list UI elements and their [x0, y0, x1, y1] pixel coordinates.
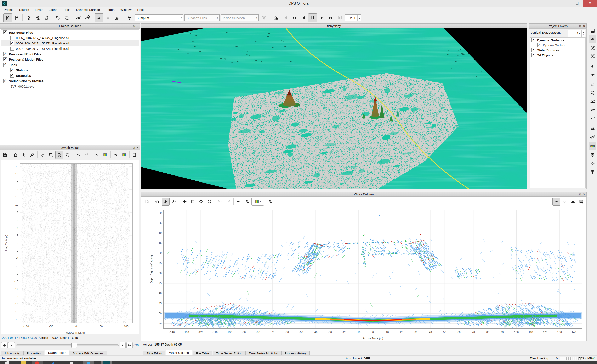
swath-editor-tool-button[interactable] [94, 14, 103, 22]
add-raw-sonar-button[interactable] [24, 14, 32, 22]
checked-checkbox[interactable] [3, 57, 7, 61]
colormap-button[interactable] [589, 142, 596, 150]
redo-button[interactable] [224, 198, 232, 206]
step-back-button[interactable] [299, 14, 308, 22]
tree-item-raw-sonar-files[interactable]: Raw Sonar Files [1, 30, 139, 35]
play-button[interactable] [317, 14, 326, 22]
accept-points-button[interactable] [235, 198, 243, 206]
skip-start-button[interactable] [281, 14, 290, 22]
rect-select-button[interactable] [589, 72, 596, 80]
menu-tools[interactable]: Tools [60, 7, 73, 12]
close-panel-icon[interactable]: ✕ [136, 24, 139, 28]
toolbar-drag-handle[interactable] [1, 14, 2, 21]
toolbar-drag-handle[interactable] [123, 14, 124, 21]
ruler-button[interactable] [589, 133, 596, 140]
close-panel-icon[interactable]: ✕ [136, 146, 139, 150]
selection-filter-combo[interactable]: Inside Selection▾ [221, 14, 259, 21]
edit-plane-button[interactable] [589, 106, 596, 114]
create-project-button[interactable] [3, 14, 12, 22]
checked-checkbox[interactable] [532, 53, 535, 57]
open-project-button[interactable] [12, 14, 21, 22]
stacked-mode-button[interactable] [561, 198, 569, 206]
checked-checkbox[interactable] [532, 48, 535, 52]
fan-mode-button[interactable] [569, 198, 577, 206]
tab-time-series-multiplot[interactable]: Time Series Multiplot [245, 350, 281, 356]
rect-select-button[interactable] [189, 198, 197, 206]
add-processed-points-button[interactable] [33, 14, 42, 22]
surface-view-button[interactable] [589, 35, 596, 43]
color-by-2-button[interactable] [120, 151, 128, 159]
polygon-select-button[interactable] [205, 198, 213, 206]
float-panel-icon[interactable]: ⧉ [579, 24, 581, 28]
tab-job-activity[interactable]: Job Activity [1, 350, 23, 356]
tree-item-dynamicsurface[interactable]: DynamicSurface [530, 42, 585, 47]
swath-backscatter-view[interactable] [20, 163, 133, 323]
lasso-reject-button[interactable] [55, 151, 63, 159]
menu-help[interactable]: Help [134, 7, 147, 12]
scene-3d-view[interactable] [141, 28, 527, 189]
checked-checkbox[interactable] [537, 43, 541, 47]
tree-item-sound-velocity-profiles[interactable]: Sound Velocity Profiles [1, 78, 139, 84]
polygon-reject-button[interactable] [64, 151, 71, 159]
skip-end-button[interactable] [336, 14, 344, 22]
tree-item-static-surfaces[interactable]: Static Surfaces [530, 47, 585, 53]
close-panel-icon[interactable]: ✕ [583, 192, 585, 196]
tab-properties[interactable]: Properties [24, 350, 44, 356]
toolbar-drag-handle[interactable] [269, 14, 271, 21]
points-mode-button[interactable] [552, 198, 560, 206]
pause-button[interactable] [308, 14, 317, 22]
files-filter-combo[interactable]: Surface's Files▾ [184, 14, 220, 21]
save-button[interactable] [143, 198, 151, 206]
surface-combo[interactable]: Bump1m▾ [134, 14, 183, 21]
tree-item-stations[interactable]: Stations [1, 67, 139, 73]
tab-slice-editor[interactable]: Slice Editor [143, 350, 165, 356]
home-view-button[interactable] [153, 198, 161, 206]
unchecked-checkbox[interactable] [10, 36, 14, 40]
menu-window[interactable]: Window [118, 7, 134, 12]
restore-button[interactable]: ❏ [571, 0, 583, 7]
rail-drag-handle[interactable] [590, 24, 595, 25]
menu-dynamic-surface[interactable]: Dynamic Surface [73, 7, 103, 12]
grid-3d-button[interactable] [589, 151, 596, 159]
ping-next-button[interactable] [120, 342, 126, 348]
undo-button[interactable] [216, 198, 224, 206]
tab-process-history[interactable]: Process History [281, 350, 310, 356]
tree-item-sd-objects[interactable]: Sd Objects [530, 53, 585, 57]
cursor-tool-button[interactable] [162, 198, 170, 206]
unchecked-checkbox[interactable] [10, 47, 14, 51]
bounding-box-button[interactable] [589, 168, 596, 176]
playback-settings-button[interactable] [272, 14, 281, 22]
tree-item-0005-20040617-145627-pingeline-all[interactable]: 0005_20040617_145627_Pingeline.all [1, 35, 139, 40]
patch-test-tool-button[interactable] [113, 14, 121, 22]
tab-surface-edit-overview[interactable]: Surface Edit Overview [69, 350, 107, 356]
tab-water-column[interactable]: Water Column [166, 350, 192, 356]
menu-source[interactable]: Source [16, 7, 32, 12]
reload-files-button[interactable] [42, 14, 51, 22]
reject-points-button[interactable] [112, 151, 120, 159]
refresh-button[interactable] [63, 14, 71, 22]
tree-item-svp-00001-bsvp[interactable]: SVP_00001.bsvp [1, 84, 139, 89]
checked-checkbox[interactable] [532, 38, 535, 42]
ping-slider-thumb[interactable] [71, 343, 77, 348]
tree-item-dynamic-surfaces[interactable]: Dynamic Surfaces [530, 38, 585, 42]
bounds-button[interactable] [131, 151, 139, 159]
tab-file-table[interactable]: File Table [193, 350, 212, 356]
export-pings-button[interactable] [267, 198, 275, 206]
filter-tool-button[interactable] [125, 14, 134, 22]
rewind-button[interactable] [290, 14, 299, 22]
float-panel-icon[interactable]: ⧉ [133, 146, 135, 150]
fit-scene-button[interactable] [589, 52, 596, 60]
rect-reject-button[interactable] [47, 151, 55, 159]
grid-view-button[interactable] [589, 27, 596, 35]
slice-editor-tool-button[interactable] [104, 14, 112, 22]
display-options-button[interactable] [577, 198, 585, 206]
tree-item-position-motion-files[interactable]: Position & Motion Files [1, 57, 139, 62]
polygon-select-button[interactable] [589, 80, 596, 88]
windows-taskbar[interactable] [0, 361, 597, 364]
spin-down-icon[interactable]: ▼ [583, 33, 584, 35]
lock-surface-button[interactable] [83, 14, 92, 22]
spin-up-icon[interactable]: ▲ [583, 31, 584, 33]
tree-item-processed-point-files[interactable]: Processed Point Files [1, 51, 139, 57]
menu-scene[interactable]: Scene [46, 7, 60, 12]
checked-checkbox[interactable] [10, 74, 14, 78]
